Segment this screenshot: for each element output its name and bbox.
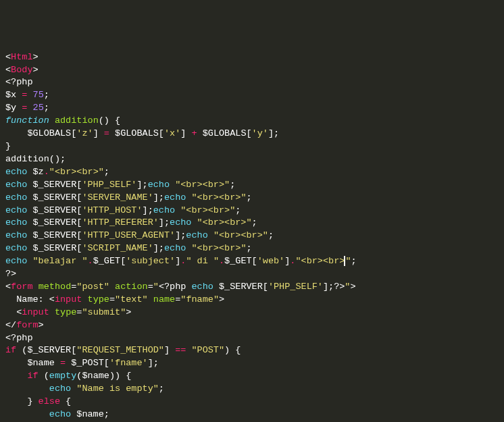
code-token: < [5,65,11,75]
code-line[interactable]: function addition() { [5,115,499,128]
code-token: echo [192,282,213,292]
code-token: == [175,345,186,355]
code-line[interactable]: <form method="post" action="<?php echo $… [5,281,499,294]
code-token: if [27,371,38,381]
code-editor[interactable]: <Html><Body><?php$x = 75;$y = 25;functio… [5,51,499,422]
code-token: "<br><br>" [191,192,246,203]
code-token: input [55,294,82,305]
code-token: <?php [5,77,33,87]
code-line[interactable]: echo $_SERVER['HTTP_HOST'];echo "<br><br… [5,205,499,217]
code-token: ]; [153,243,164,253]
code-token: ($name)) { [76,371,131,381]
code-token: "REQUEST_METHOD" [76,345,164,355]
code-token: echo [5,243,27,253]
code-line[interactable]: <Body> [5,64,499,77]
code-line[interactable]: ?> [5,268,499,281]
code-token: < [5,52,11,62]
code-line[interactable]: if (empty($name)) { [5,370,499,383]
code-line[interactable]: addition(); [5,153,499,166]
code-token [49,115,55,126]
code-line[interactable]: echo $_SERVER['SERVER_NAME'];echo "<br><… [5,192,499,205]
code-token: ; [44,90,49,100]
code-token: echo [148,180,170,190]
code-line[interactable]: $name = $_POST['fname']; [5,357,499,370]
code-line[interactable]: echo $_SERVER['SCRIPT_NAME'];echo "<br><… [5,242,499,255]
code-line[interactable]: $GLOBALS['z'] = $GLOBALS['x'] + $GLOBALS… [5,128,499,140]
code-token: { [60,396,71,406]
code-token [49,307,55,317]
code-token: ]; [323,282,334,292]
code-token: echo [5,167,27,177]
code-line[interactable]: <Html> [5,51,499,64]
code-token: $_SERVER[ [213,282,268,292]
code-token: "submit" [82,307,126,317]
code-token: empty [49,371,77,381]
code-line[interactable]: echo "Name is empty"; [5,383,499,396]
code-line[interactable]: <?php [5,76,499,89]
code-token: ; [351,256,356,266]
code-token: Html [11,52,32,62]
code-token [208,230,213,240]
code-line[interactable]: <input type="submit"> [5,307,499,319]
code-token: echo [5,217,27,228]
code-line[interactable]: <?php [5,332,499,345]
code-line[interactable]: echo $_SERVER['HTTP_USER_AGENT'];echo "<… [5,230,499,242]
code-token: 'PHP_SELF' [82,180,136,190]
code-token: type [55,307,76,317]
code-token: < [5,307,22,317]
code-token: ($_SERVER[ [16,345,76,355]
code-line[interactable]: Name: <input type="text" name="fname"> [5,294,499,307]
code-line[interactable]: </form> [5,319,499,332]
code-line[interactable]: echo "belajar ".$_GET['subject']." di ".… [5,255,499,268]
code-token: "<br><br>" [197,217,252,228]
code-token: > [33,65,39,75]
code-line[interactable]: echo $_SERVER['PHP_SELF'];echo "<br><br>… [5,179,499,192]
code-line[interactable]: echo $name; [5,408,499,421]
code-token: "<br><br>" [191,243,246,253]
code-token: 'HTTP_HOST' [82,205,142,215]
code-token: 25 [33,103,44,113]
code-token: 'fname' [109,358,148,368]
code-token: 'web' [257,256,285,266]
code-token [148,294,153,305]
code-token [27,256,32,266]
code-line[interactable]: if ($_SERVER["REQUEST_METHOD"] == "POST"… [5,344,499,357]
code-token: () { [99,115,120,126]
code-token: $_GET[ [93,256,126,266]
code-token: action [115,282,148,292]
code-line[interactable]: $x = 75; [5,89,499,102]
code-token: $_POST[ [66,358,109,368]
code-line[interactable]: $y = 25; [5,102,499,115]
code-token: . [44,167,49,177]
code-token: "<br><br>" [49,167,104,177]
code-token: ]; [175,230,186,240]
code-token: = [60,358,66,368]
code-token: addition [5,154,49,164]
code-token: 75 [33,90,44,100]
code-token [33,282,39,292]
code-token: ]; [268,128,279,138]
code-token: 'z' [76,128,93,138]
code-token: ?> [334,282,345,292]
code-token: . [88,256,93,266]
code-token: " di " [186,256,219,266]
code-token: Name: < [5,294,55,305]
code-token: echo [49,384,71,394]
code-token: + [191,128,197,138]
code-line[interactable]: echo $_SERVER['HTTP_REFERER'];echo "<br>… [5,217,499,230]
code-token: ]; [159,217,170,228]
code-token: "<br><br>" [180,205,235,215]
code-token: name [153,294,175,305]
code-token: ]; [136,180,147,190]
code-token: > [39,320,44,330]
code-token [27,103,32,113]
code-token: echo [153,205,175,215]
code-line[interactable]: } [5,140,499,153]
code-line[interactable]: } else { [5,396,499,408]
code-token: "<br><br>" [175,180,230,190]
code-token: <?php [5,333,33,343]
code-token: ; [104,167,109,177]
code-token: "POST" [191,345,224,355]
code-line[interactable]: echo $z."<br><br>"; [5,166,499,179]
code-token: $_SERVER[ [27,205,82,215]
